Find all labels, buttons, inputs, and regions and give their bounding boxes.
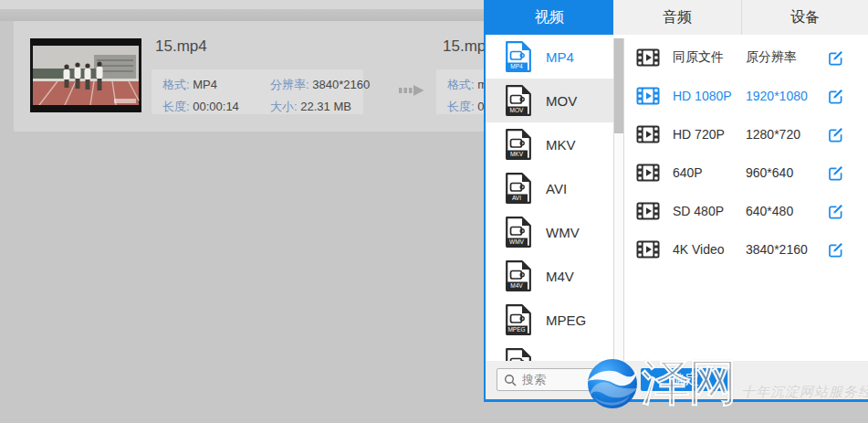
svg-text:MOV: MOV	[510, 107, 524, 113]
svg-text:AVI: AVI	[512, 195, 521, 201]
resolution-item-original[interactable]: 同原文件 原分辨率	[624, 38, 868, 77]
app-window: 15.mp4 格式: MP4 分辨率: 3840*2160 长度: 00:00:…	[0, 0, 868, 423]
search-icon	[504, 374, 517, 386]
filmstrip-icon	[636, 87, 660, 105]
edit-icon[interactable]	[827, 49, 844, 67]
edit-icon[interactable]	[827, 203, 844, 220]
svg-text:MKV: MKV	[510, 151, 524, 157]
filmstrip-icon	[636, 164, 660, 182]
edit-icon[interactable]	[827, 241, 844, 259]
svg-text:M4V: M4V	[510, 282, 523, 289]
format-item-mpeg[interactable]: MPEG MPEG	[486, 298, 613, 342]
popup-footer: 确定	[486, 361, 868, 399]
format-item-mp4[interactable]: MP4 MP4	[486, 35, 613, 79]
format-list: MP4 MP4 MOV MOV MKV MKV AVI AVI WMV WMV …	[486, 35, 613, 361]
resolution-item-4k[interactable]: 4K Video 3840*2160	[624, 230, 868, 269]
format-list-scrollbar[interactable]	[613, 38, 624, 389]
convert-arrow-icon	[399, 83, 424, 98]
source-file-info: 格式: MP4 分辨率: 3840*2160 长度: 00:00:14 大小: …	[152, 69, 363, 114]
source-duration: 长度: 00:00:14	[162, 99, 270, 115]
svg-text:MP4: MP4	[510, 63, 523, 69]
source-format: 格式: MP4	[162, 77, 270, 93]
resolution-item-720p[interactable]: HD 720P 1280*720	[624, 115, 868, 153]
tab-device[interactable]: 设备	[741, 0, 868, 35]
resolution-item-1080p[interactable]: HD 1080P 1920*1080	[624, 77, 868, 115]
format-popup: 视频 音频 设备 MP4 MP4 MOV MOV MKV MKV AVI AVI…	[484, 0, 868, 402]
svg-text:WMV: WMV	[509, 238, 525, 245]
resolution-item-640p[interactable]: 640P 960*640	[624, 153, 868, 192]
filmstrip-icon	[636, 48, 660, 67]
edit-icon[interactable]	[827, 126, 844, 143]
search-input[interactable]	[522, 373, 602, 386]
format-item-wmv[interactable]: WMV WMV	[486, 210, 613, 254]
popup-tabs: 视频 音频 设备	[486, 0, 868, 35]
source-file-title: 15.mp4	[155, 37, 207, 56]
source-resolution: 分辨率: 3840*2160	[270, 77, 370, 93]
format-item-mkv[interactable]: MKV MKV	[486, 122, 613, 166]
search-box	[497, 368, 612, 391]
filmstrip-icon	[636, 125, 660, 143]
tab-video[interactable]: 视频	[486, 0, 613, 35]
video-thumbnail	[30, 38, 141, 112]
confirm-button[interactable]: 确定	[641, 368, 730, 391]
filmstrip-icon	[636, 202, 660, 220]
format-item-m4v[interactable]: M4V M4V	[486, 254, 613, 298]
svg-text:MPEG: MPEG	[507, 326, 525, 333]
filmstrip-icon	[636, 240, 660, 259]
resolution-panel: 同原文件 原分辨率 HD 1080P 1920*1080 HD 720P 128…	[624, 35, 868, 361]
format-item-avi[interactable]: AVI AVI	[486, 166, 613, 210]
tab-audio[interactable]: 音频	[613, 0, 741, 35]
format-item-partial[interactable]	[486, 342, 613, 361]
edit-icon[interactable]	[827, 88, 844, 105]
resolution-item-480p[interactable]: SD 480P 640*480	[624, 192, 868, 230]
source-size: 大小: 22.31 MB	[270, 99, 370, 115]
format-item-mov[interactable]: MOV MOV	[486, 79, 613, 122]
scrollbar-thumb[interactable]	[614, 38, 623, 133]
edit-icon[interactable]	[827, 164, 844, 182]
